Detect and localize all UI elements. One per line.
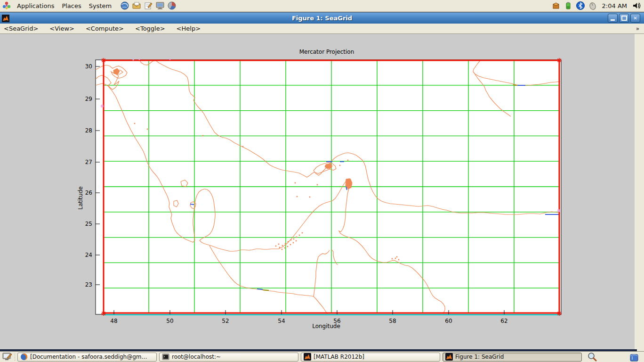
volume-icon[interactable] (632, 1, 641, 10)
maximize-button[interactable] (619, 14, 629, 23)
figure-menu-view[interactable]: <View> (49, 24, 74, 33)
y-tick-label: 27 (78, 159, 92, 165)
x-tick-label: 58 (386, 318, 400, 324)
top-panel: ApplicationsPlacesSystem (0, 0, 644, 12)
matlab-icon (445, 353, 453, 361)
package-icon[interactable] (551, 1, 561, 10)
display-icon[interactable] (155, 1, 165, 10)
firefox-icon (20, 353, 28, 361)
figure-menus: <SeaGrid><View><Compute><Toggle><Help> (0, 24, 201, 33)
taskbar-separator (14, 353, 16, 361)
figure-canvas: Mercator Projection Longitude Latitude 4… (0, 34, 644, 351)
y-tick-label: 26 (78, 189, 92, 196)
x-tick-label: 60 (442, 318, 456, 324)
battery-icon[interactable] (564, 1, 573, 10)
plot-title: Mercator Projection (256, 49, 397, 55)
figure-menubar: <SeaGrid><View><Compute><Toggle><Help> » (0, 24, 644, 34)
taskbar-button-3[interactable]: Figure 1: SeaGrid (443, 353, 582, 362)
y-tick-label: 30 (78, 63, 92, 70)
notes-icon[interactable] (144, 1, 153, 10)
mouse-icon[interactable] (588, 1, 597, 10)
taskbar: [Documentation - safoora.seddigh@gm…root… (0, 351, 644, 362)
x-tick-label: 62 (497, 318, 511, 324)
x-tick-label: 48 (107, 318, 121, 324)
figure-menu-seagrid[interactable]: <SeaGrid> (4, 24, 38, 33)
matlab-icon (304, 353, 311, 361)
show-desktop-icon[interactable] (2, 352, 13, 362)
panel-menu-system[interactable]: System (85, 1, 115, 11)
panel-menus: ApplicationsPlacesSystem (13, 1, 115, 11)
taskbar-button-1[interactable]: root@localhost:~ (159, 353, 298, 362)
y-tick-label: 23 (78, 281, 92, 288)
close-button[interactable]: ✕ (630, 14, 640, 23)
terminal-icon (162, 353, 169, 361)
y-tick-label: 29 (78, 96, 92, 102)
magnifier-icon[interactable] (587, 352, 597, 362)
figure-menu-compute[interactable]: <Compute> (86, 24, 124, 33)
taskbar-button-label: Figure 1: SeaGrid (455, 354, 504, 360)
menu-overflow-chevron[interactable]: » (636, 25, 639, 32)
taskbar-button-2[interactable]: [MATLAB R2012b] (301, 353, 440, 362)
x-tick-label: 50 (163, 318, 177, 324)
bluetooth-icon[interactable] (576, 1, 585, 10)
x-tick-label: 56 (330, 318, 344, 324)
figure-menu-help[interactable]: <Help> (177, 24, 201, 33)
figure-menu-toggle[interactable]: <Toggle> (135, 24, 165, 33)
trash-icon[interactable] (629, 352, 639, 362)
pie-chart-icon[interactable] (167, 1, 177, 10)
panel-menu-applications[interactable]: Applications (13, 1, 58, 11)
y-axis-label: Latitude (77, 183, 84, 213)
window-title: Figure 1: SeaGrid (0, 15, 644, 22)
distro-logo-icon[interactable] (2, 1, 11, 10)
window-titlebar[interactable]: Figure 1: SeaGrid ✕ (0, 12, 644, 24)
y-tick-label: 25 (78, 221, 92, 227)
taskbar-button-label: root@localhost:~ (172, 354, 221, 360)
taskbar-button-0[interactable]: [Documentation - safoora.seddigh@gm… (17, 353, 157, 362)
seagrid-plot[interactable] (0, 34, 644, 351)
clock[interactable]: 2:04 AM (600, 2, 629, 9)
x-tick-label: 52 (218, 318, 233, 324)
x-tick-label: 54 (274, 318, 289, 324)
y-tick-label: 28 (78, 127, 92, 134)
email-icon[interactable] (132, 1, 141, 10)
y-tick-label: 24 (78, 252, 92, 258)
minimize-button[interactable] (608, 14, 618, 23)
taskbar-button-label: [Documentation - safoora.seddigh@gm… (30, 354, 147, 360)
panel-menu-places[interactable]: Places (58, 1, 85, 11)
web-browser-icon[interactable] (120, 1, 129, 10)
taskbar-button-label: [MATLAB R2012b] (314, 354, 364, 360)
